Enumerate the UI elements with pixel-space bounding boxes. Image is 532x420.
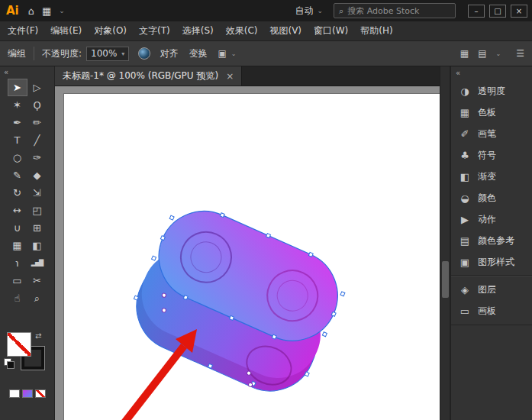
- opacity-combo[interactable]: 100% ▾: [86, 47, 129, 61]
- workspace-caret-icon[interactable]: ⌄: [59, 7, 65, 15]
- swap-fill-stroke-icon[interactable]: ⇄: [35, 331, 41, 340]
- menu-help[interactable]: 帮助(H): [360, 24, 392, 37]
- panel-tab-label: 符号: [478, 149, 496, 162]
- panel-dock: « ◑ 透明度 ▦ 色板 ✐ 画笔 ♣ 符号 ◧ 渐变 ◒ 颜色 ▶ 动作: [450, 66, 532, 420]
- shape-builder-tool[interactable]: ∪: [8, 219, 27, 237]
- selected-artwork[interactable]: [121, 195, 354, 407]
- tools-collapse-icon[interactable]: «: [0, 66, 54, 79]
- close-button[interactable]: ×: [511, 5, 527, 18]
- panel-tab-label: 颜色参考: [478, 234, 514, 247]
- align-button[interactable]: 对齐: [160, 47, 178, 60]
- slice-tool[interactable]: ✂: [27, 272, 47, 289]
- artboards-icon: ▭: [459, 305, 471, 317]
- lasso-tool[interactable]: Ϙ: [27, 96, 47, 114]
- vertical-scrollbar[interactable]: [440, 66, 450, 420]
- menu-file[interactable]: 文件(F): [8, 24, 38, 37]
- ellipse-tool[interactable]: ○: [8, 149, 27, 166]
- line-segment-tool[interactable]: ╱: [27, 131, 47, 149]
- scale-tool[interactable]: ⇲: [27, 184, 47, 202]
- pencil-tool[interactable]: ✎: [8, 166, 27, 184]
- menu-select[interactable]: 选择(S): [182, 24, 214, 37]
- swatches-icon: ▦: [459, 107, 471, 118]
- artboard-tool[interactable]: ▭: [8, 272, 27, 289]
- selection-tool[interactable]: ➤: [8, 79, 27, 96]
- menu-object[interactable]: 对象(O): [94, 24, 127, 37]
- panel-tab-label: 透明度: [478, 85, 505, 98]
- curvature-tool[interactable]: ✏: [27, 114, 47, 131]
- color-guide-icon: ▤: [459, 235, 471, 247]
- eyedropper-tool[interactable]: ℩: [8, 254, 27, 272]
- none-mode-button[interactable]: [35, 389, 46, 398]
- panel-tab-graphic-styles[interactable]: ▣ 图形样式: [451, 251, 532, 273]
- search-input[interactable]: [347, 6, 431, 16]
- fill-color-well[interactable]: [8, 333, 31, 356]
- title-bar: Ai ⌂ ▦ ⌄ 自动 ⌄ ⌕ – □ ×: [0, 0, 532, 21]
- panel-tab-label: 画笔: [478, 128, 496, 141]
- auto-dropdown[interactable]: 自动 ⌄: [295, 5, 323, 18]
- workspace-layout-icon[interactable]: ▦: [42, 5, 51, 17]
- minimize-button[interactable]: –: [468, 5, 485, 18]
- column-graph-tool[interactable]: ▂▅█: [27, 254, 47, 272]
- brushes-icon: ✐: [459, 128, 471, 140]
- color-mode-button[interactable]: [9, 389, 20, 398]
- perspective-grid-tool[interactable]: ⊞: [27, 219, 47, 237]
- menu-edit[interactable]: 编辑(E): [50, 24, 82, 37]
- tools-panel: « ➤ ▷ ✶ Ϙ ✒ ✏ T ╱ ○ ✑ ✎ ◆ ↻ ⇲ ↔ ◰ ∪ ⊞ ▦ …: [0, 66, 55, 420]
- chevron-down-icon[interactable]: ⌄: [496, 50, 501, 57]
- hand-tool[interactable]: ☝: [8, 289, 27, 307]
- opacity-label: 不透明度:: [42, 47, 82, 60]
- panel-tab-label: 渐变: [478, 170, 496, 183]
- gradient-tool[interactable]: ◧: [27, 237, 47, 254]
- home-icon[interactable]: ⌂: [28, 5, 34, 17]
- menu-bar: 文件(F) 编辑(E) 对象(O) 文字(T) 选择(S) 效果(C) 视图(V…: [0, 21, 532, 41]
- menu-type[interactable]: 文字(T): [139, 24, 170, 37]
- recolor-artwork-icon[interactable]: [138, 47, 150, 60]
- panel-tab-layers[interactable]: ◈ 图层: [451, 279, 532, 300]
- separator: [34, 47, 34, 60]
- panel-tab-transparency[interactable]: ◑ 透明度: [451, 80, 532, 102]
- panel-tab-actions[interactable]: ▶ 动作: [451, 208, 532, 230]
- panel-tab-gradient[interactable]: ◧ 渐变: [451, 166, 532, 187]
- panel-tab-artboards[interactable]: ▭ 画板: [451, 300, 532, 321]
- panel-menu-icon[interactable]: ☰: [516, 48, 524, 59]
- dock-panel-icon[interactable]: ▦: [460, 48, 469, 59]
- stock-search-field[interactable]: ⌕: [334, 3, 456, 18]
- free-transform-tool[interactable]: ◰: [27, 202, 47, 219]
- canvas-area[interactable]: [55, 86, 440, 420]
- panel-tab-color-guide[interactable]: ▤ 颜色参考: [451, 230, 532, 251]
- zoom-tool[interactable]: ⌕: [27, 289, 47, 307]
- document-tab[interactable]: 未标题-1* @ 100% (RGB/GPU 预览) ×: [55, 66, 242, 86]
- scrollbar-thumb[interactable]: [442, 261, 449, 298]
- type-tool[interactable]: T: [8, 131, 27, 149]
- restore-button[interactable]: □: [489, 5, 506, 18]
- paintbrush-tool[interactable]: ✑: [27, 149, 47, 166]
- direct-selection-tool[interactable]: ▷: [27, 79, 47, 96]
- eraser-tool[interactable]: ◆: [27, 166, 47, 184]
- panel-tab-label: 画板: [478, 305, 496, 318]
- panel-tab-label: 图层: [478, 283, 496, 296]
- pen-tool[interactable]: ✒: [8, 114, 27, 131]
- panel-tab-swatches[interactable]: ▦ 色板: [451, 102, 532, 123]
- rotate-tool[interactable]: ↻: [8, 184, 27, 202]
- panel-tab-brushes[interactable]: ✐ 画笔: [451, 123, 532, 144]
- transform-button[interactable]: 变换: [189, 47, 207, 60]
- document-tab-bar: 未标题-1* @ 100% (RGB/GPU 预览) ×: [55, 66, 440, 86]
- chevron-down-icon[interactable]: ⌄: [231, 50, 237, 57]
- panel-tab-color[interactable]: ◒ 颜色: [451, 187, 532, 208]
- panel-tab-symbols[interactable]: ♣ 符号: [451, 144, 532, 166]
- layers-icon: ◈: [459, 284, 471, 296]
- mesh-tool[interactable]: ▦: [8, 237, 27, 254]
- menu-window[interactable]: 窗口(W): [314, 24, 348, 37]
- menu-effect[interactable]: 效果(C): [226, 24, 258, 37]
- gradient-mode-button[interactable]: [22, 389, 33, 398]
- menu-view[interactable]: 视图(V): [269, 24, 301, 37]
- selection-type-label: 编组: [8, 47, 26, 60]
- width-tool[interactable]: ↔: [8, 202, 27, 219]
- default-fill-stroke-icon[interactable]: [5, 359, 15, 370]
- workspace-switcher-icon[interactable]: ▤: [478, 48, 486, 59]
- dock-collapse-icon[interactable]: «: [451, 66, 532, 80]
- shape-mode-icon[interactable]: ▣: [218, 48, 226, 59]
- panel-tab-label: 图形样式: [478, 256, 514, 269]
- magic-wand-tool[interactable]: ✶: [8, 96, 27, 114]
- close-tab-icon[interactable]: ×: [226, 71, 234, 82]
